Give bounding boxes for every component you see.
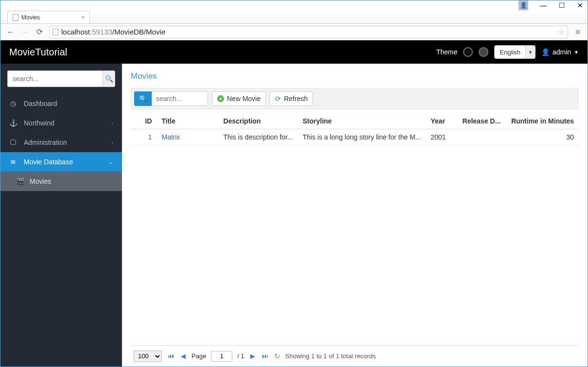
refresh-button[interactable]: ⟳ Refresh <box>270 91 313 106</box>
page-size-select[interactable]: 100 <box>134 350 162 362</box>
theme-swatch-dark[interactable] <box>463 47 473 57</box>
column-header-year[interactable]: Year <box>426 113 457 129</box>
column-header-description[interactable]: Description <box>219 113 298 129</box>
pager-page-label: Page <box>191 352 206 360</box>
button-label: New Movie <box>227 95 260 103</box>
browser-forward-button[interactable]: → <box>20 27 30 37</box>
pager-reload-button[interactable]: ↻ <box>274 352 280 361</box>
document-icon <box>13 14 18 21</box>
sidebar-search-input[interactable] <box>7 70 103 87</box>
user-icon: 👤 <box>541 48 550 56</box>
app-header: MovieTutorial Theme English ▼ 👤 admin ▼ <box>0 40 588 64</box>
pager-last-button[interactable]: ⏭ <box>261 352 269 360</box>
app-brand: MovieTutorial <box>9 47 67 58</box>
video-icon: 🎬 <box>16 177 24 185</box>
anchor-icon: ⚓ <box>9 119 17 127</box>
page-icon <box>52 29 58 35</box>
sidebar-subitem-movies[interactable]: 🎬 Movies <box>0 172 122 191</box>
refresh-icon: ⟳ <box>275 95 281 103</box>
grid-search-button[interactable]: 🔍 <box>134 91 152 106</box>
tab-title: Movies <box>21 14 40 21</box>
chevron-down-icon: ▼ <box>525 46 535 58</box>
cell-release-date <box>458 129 506 145</box>
language-dropdown[interactable]: English ▼ <box>494 45 536 59</box>
button-label: Refresh <box>284 95 308 103</box>
url-text: localhost:59133/MovieDB/Movie <box>61 28 165 36</box>
chevron-left-icon: ‹ <box>111 140 113 145</box>
sidebar-item-label: Movie Database <box>24 158 73 166</box>
sidebar-item-dashboard[interactable]: ◷ Dashboard <box>0 94 122 113</box>
window-minimize-button[interactable]: — <box>540 2 547 9</box>
language-label: English <box>495 49 525 56</box>
window-close-button[interactable]: ✕ <box>577 2 584 9</box>
page-title: Movies <box>131 71 579 81</box>
gauge-icon: ◷ <box>9 100 17 107</box>
sidebar-search: 🔍 <box>0 64 122 94</box>
sidebar-search-button[interactable]: 🔍 <box>103 70 115 87</box>
cell-description: This is description for... <box>219 129 298 145</box>
cell-storyline: This is a long long story line for the M… <box>298 129 426 145</box>
cell-year: 2001 <box>426 129 457 145</box>
browser-reload-button[interactable]: ⟳ <box>35 27 44 37</box>
sidebar-item-northwind[interactable]: ⚓ Northwind ‹ <box>0 113 122 133</box>
sidebar-subitem-label: Movies <box>30 177 51 185</box>
browser-tab-strip: Movies × <box>0 10 588 24</box>
browser-back-button[interactable]: ← <box>5 27 15 37</box>
data-grid: ID Title Description Storyline Year Rele… <box>131 113 579 145</box>
sidebar-item-label: Dashboard <box>24 100 57 107</box>
column-header-title[interactable]: Title <box>157 113 219 129</box>
user-menu[interactable]: 👤 admin ▼ <box>541 48 579 56</box>
pager-total-pages: / 1 <box>237 352 244 360</box>
sidebar-item-movie-database[interactable]: ≋ Movie Database ⌄ <box>0 152 122 172</box>
theme-swatch-gray[interactable] <box>479 47 488 57</box>
window-titlebar: 👤 — ☐ ✕ <box>0 0 588 10</box>
grid-search: 🔍 <box>134 91 208 106</box>
layers-icon: ≋ <box>9 158 17 166</box>
grid-search-input[interactable] <box>152 91 208 106</box>
bookmark-star-icon[interactable]: ☆ <box>558 27 565 36</box>
chevron-down-icon: ▼ <box>574 50 579 55</box>
sidebar: 🔍 ◷ Dashboard ⚓ Northwind ‹ 🖵 Administra… <box>0 64 122 367</box>
pager: 100 ⏮ ◀ Page / 1 ▶ ⏭ ↻ Showing 1 to 1 of… <box>131 345 579 367</box>
cell-title[interactable]: Matrix <box>157 129 219 145</box>
chevron-left-icon: ‹ <box>111 120 113 126</box>
browser-menu-button[interactable]: ≡ <box>573 27 583 37</box>
theme-label: Theme <box>436 48 458 56</box>
content-area: Movies 🔍 + New Movie ⟳ Refresh <box>122 64 588 367</box>
tab-close-button[interactable]: × <box>81 14 85 21</box>
pager-info: Showing 1 to 1 of 1 total records <box>285 352 376 360</box>
table-row[interactable]: 1 Matrix This is description for... This… <box>131 129 579 145</box>
os-user-icon: 👤 <box>519 0 528 10</box>
sidebar-item-administration[interactable]: 🖵 Administration ‹ <box>0 133 122 152</box>
column-header-runtime[interactable]: Runtime in Minutes <box>506 113 579 129</box>
pager-first-button[interactable]: ⏮ <box>167 352 175 360</box>
window-maximize-button[interactable]: ☐ <box>558 2 565 9</box>
monitor-icon: 🖵 <box>9 139 17 146</box>
plus-icon: + <box>217 95 224 102</box>
search-icon: 🔍 <box>139 95 147 103</box>
pager-next-button[interactable]: ▶ <box>249 352 256 360</box>
browser-tab[interactable]: Movies × <box>7 11 90 23</box>
cell-id[interactable]: 1 <box>131 129 157 145</box>
column-header-id[interactable]: ID <box>131 113 157 129</box>
sidebar-item-label: Administration <box>24 139 67 146</box>
column-header-release-date[interactable]: Release D... <box>458 113 506 129</box>
grid-toolbar: 🔍 + New Movie ⟳ Refresh <box>131 88 579 109</box>
column-header-storyline[interactable]: Storyline <box>298 113 426 129</box>
browser-toolbar: ← → ⟳ localhost:59133/MovieDB/Movie ☆ ≡ <box>0 24 588 40</box>
username-label: admin <box>553 48 571 56</box>
grid-header-row: ID Title Description Storyline Year Rele… <box>131 113 579 129</box>
pager-prev-button[interactable]: ◀ <box>180 352 187 360</box>
search-icon: 🔍 <box>105 75 113 83</box>
chevron-down-icon: ⌄ <box>109 159 113 165</box>
pager-current-page-input[interactable] <box>211 351 232 362</box>
new-movie-button[interactable]: + New Movie <box>212 91 266 106</box>
sidebar-item-label: Northwind <box>24 119 54 127</box>
cell-runtime: 30 <box>506 129 579 145</box>
address-bar[interactable]: localhost:59133/MovieDB/Movie ☆ <box>49 26 568 38</box>
